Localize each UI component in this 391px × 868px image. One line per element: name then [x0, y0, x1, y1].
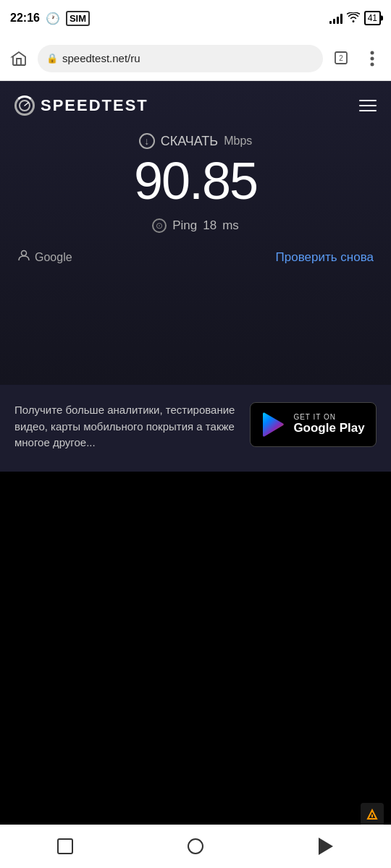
ping-unit: ms — [222, 218, 239, 233]
download-text: СКАЧАТЬ — [161, 134, 219, 149]
home-nav-button[interactable] — [177, 828, 214, 864]
battery-level: 41 — [368, 13, 377, 23]
signal-icon — [329, 12, 342, 24]
promo-section: Получите больше аналитики, тестирование … — [0, 385, 391, 472]
wifi-icon — [347, 12, 360, 25]
menu-button[interactable] — [359, 96, 377, 115]
ping-icon: ⊙ — [152, 218, 167, 233]
retest-button[interactable]: Проверить снова — [276, 250, 374, 265]
ad-badge — [361, 803, 384, 826]
google-play-button[interactable]: GET IT ON Google Play — [250, 402, 377, 447]
download-icon: ↓ — [139, 133, 155, 149]
download-label: ↓ СКАЧАТЬ Mbps — [14, 133, 377, 149]
google-play-name: Google Play — [293, 421, 364, 435]
speedtest-logo: SPEEDTEST — [14, 95, 148, 116]
svg-point-3 — [371, 56, 374, 60]
provider-info: Google — [17, 249, 72, 265]
speedtest-page: SPEEDTEST ↓ СКАЧАТЬ Mbps 90.85 ⊙ Ping 18… — [0, 81, 391, 385]
alarm-icon: 🕐 — [46, 12, 60, 25]
black-area — [0, 472, 391, 869]
user-icon — [17, 249, 30, 265]
logo-text: SPEEDTEST — [41, 96, 148, 115]
logo-icon — [14, 95, 35, 116]
google-play-text: GET IT ON Google Play — [293, 413, 364, 435]
svg-point-6 — [22, 251, 27, 256]
ping-label: Ping — [172, 218, 197, 233]
recent-apps-button[interactable] — [47, 828, 83, 864]
speedtest-header: SPEEDTEST — [14, 95, 377, 116]
promo-text: Получите больше аналитики, тестирование … — [14, 402, 235, 451]
back-nav-button[interactable] — [308, 828, 344, 864]
svg-point-2 — [371, 51, 374, 54]
more-button[interactable] — [361, 47, 384, 70]
ping-value: 18 — [203, 218, 216, 233]
svg-point-9 — [371, 818, 373, 820]
battery-icon: 41 — [364, 11, 381, 25]
home-icon — [188, 838, 203, 854]
clock: 22:16 — [10, 12, 40, 25]
google-play-icon — [261, 412, 286, 437]
download-unit: Mbps — [224, 135, 252, 148]
sim-icon: SIM — [66, 11, 90, 26]
address-bar[interactable]: 🔒 speedtest.net/ru — [38, 45, 323, 72]
new-tab-button[interactable]: 2 — [330, 47, 353, 70]
status-bar: 22:16 🕐 SIM 41 — [0, 0, 391, 36]
lock-icon: 🔒 — [46, 53, 58, 64]
download-section: ↓ СКАЧАТЬ Mbps 90.85 ⊙ Ping 18 ms — [14, 133, 377, 233]
back-icon — [319, 838, 333, 855]
svg-point-4 — [371, 62, 374, 66]
status-right: 41 — [329, 11, 381, 25]
info-row: Google Проверить снова — [14, 249, 377, 265]
svg-text:2: 2 — [339, 54, 343, 62]
recent-icon — [57, 838, 73, 854]
download-speed-value: 90.85 — [14, 155, 377, 207]
url-text: speedtest.net/ru — [62, 52, 140, 64]
provider-name: Google — [35, 251, 72, 264]
status-left: 22:16 🕐 SIM — [10, 11, 90, 26]
browser-bar: 🔒 speedtest.net/ru 2 — [0, 36, 391, 81]
nav-bar — [0, 825, 391, 868]
home-button[interactable] — [7, 47, 30, 70]
ping-section: ⊙ Ping 18 ms — [14, 218, 377, 233]
get-it-on-label: GET IT ON — [293, 413, 336, 421]
